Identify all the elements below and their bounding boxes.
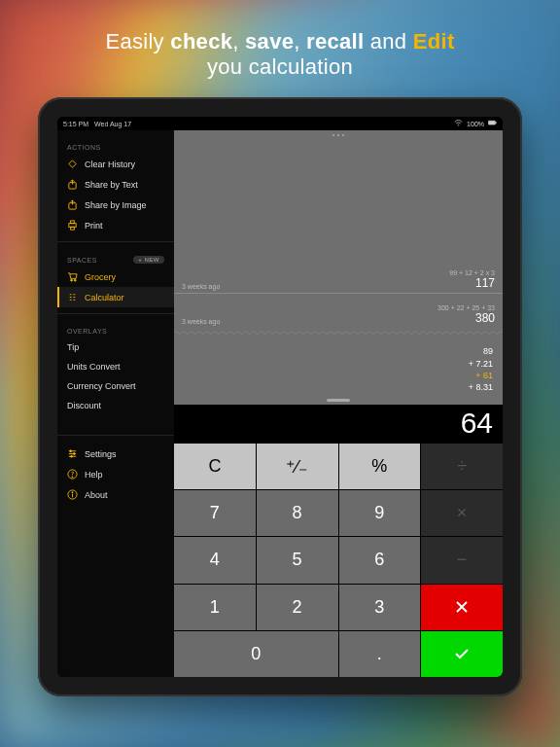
history-panel[interactable]: 3 weeks ago 99 + 12 + 2 x 3117 3 weeks a… (174, 130, 503, 405)
eraser-icon (67, 159, 78, 169)
svg-point-0 (458, 125, 459, 126)
key-2[interactable]: 2 (257, 585, 338, 630)
history-entry[interactable]: 3 weeks ago 99 + 12 + 2 x 3117 (182, 269, 495, 290)
key-5[interactable]: 5 (257, 537, 338, 583)
sidebar-item-share-text[interactable]: Share by Text (57, 174, 174, 195)
main-pane: 3 weeks ago 99 + 12 + 2 x 3117 3 weeks a… (174, 130, 503, 677)
key-1[interactable]: 1 (174, 585, 256, 630)
key-sign[interactable]: ⁺∕₋ (257, 444, 338, 489)
key-0[interactable]: 0 (174, 631, 338, 677)
current-tape[interactable]: 89 + 7.21 + 61 + 8.31 (469, 345, 493, 393)
tablet-frame: 5:15 PM Wed Aug 17 100% ACTIONS Clear Hi… (38, 97, 522, 696)
status-time: 5:15 PM (63, 121, 88, 127)
x-icon (452, 597, 472, 617)
svg-point-9 (74, 279, 76, 281)
status-date: Wed Aug 17 (94, 121, 131, 127)
svg-point-11 (73, 453, 75, 455)
sidebar-item-print[interactable]: Print (57, 215, 174, 235)
key-8[interactable]: 8 (257, 490, 338, 536)
sidebar-item-tip[interactable]: Tip (57, 338, 174, 357)
check-icon (452, 644, 472, 663)
calculator-icon (67, 292, 78, 302)
key-clear[interactable]: C (174, 444, 256, 489)
svg-point-16 (72, 492, 73, 493)
svg-point-10 (70, 450, 72, 452)
drag-handle[interactable] (327, 399, 350, 402)
sidebar-item-currency[interactable]: Currency Convert (57, 376, 174, 396)
svg-rect-5 (69, 224, 76, 228)
sidebar-item-help[interactable]: Help (57, 464, 174, 484)
svg-rect-1 (488, 121, 495, 124)
svg-point-12 (71, 455, 73, 457)
battery-icon (488, 120, 497, 127)
settings-icon (67, 448, 78, 459)
new-space-button[interactable]: + New (133, 256, 164, 264)
share-icon (67, 179, 78, 190)
sidebar-item-share-image[interactable]: Share by Image (57, 195, 174, 215)
sidebar-item-settings[interactable]: Settings (57, 444, 174, 464)
key-divide[interactable]: ÷ (421, 444, 503, 489)
history-entry[interactable]: 3 weeks ago 300 + 22 + 25 + 33380 (182, 304, 495, 325)
sidebar-item-calculator[interactable]: Calculator (57, 287, 174, 307)
key-4[interactable]: 4 (174, 537, 256, 583)
key-cancel[interactable] (421, 585, 503, 630)
sidebar-item-grocery[interactable]: Grocery (57, 267, 174, 287)
key-9[interactable]: 9 (339, 490, 421, 536)
key-decimal[interactable]: . (339, 631, 421, 677)
svg-rect-2 (496, 122, 497, 124)
drag-dots-icon (332, 134, 344, 136)
status-bar: 5:15 PM Wed Aug 17 100% (57, 117, 503, 130)
key-multiply[interactable]: × (421, 490, 503, 536)
print-icon (67, 220, 78, 231)
key-subtract[interactable]: − (421, 537, 503, 583)
display: 64 (174, 405, 503, 444)
sidebar-header-actions: ACTIONS (57, 138, 174, 154)
sidebar-item-about[interactable]: About (57, 484, 174, 505)
svg-point-14 (72, 477, 73, 478)
cart-icon (67, 271, 78, 282)
share-icon (67, 199, 78, 210)
promo-headline: Easily check, save, recall and Edit you … (0, 0, 560, 88)
svg-rect-6 (71, 221, 75, 224)
info-icon (67, 489, 78, 500)
sidebar: ACTIONS Clear History Share by Text Shar… (57, 130, 174, 677)
screen: 5:15 PM Wed Aug 17 100% ACTIONS Clear Hi… (57, 117, 503, 677)
key-6[interactable]: 6 (339, 537, 421, 583)
key-confirm[interactable] (421, 631, 503, 677)
svg-point-8 (71, 279, 73, 281)
svg-rect-7 (71, 227, 75, 230)
help-icon (67, 469, 78, 480)
tear-divider (174, 329, 503, 335)
key-percent[interactable]: % (339, 444, 421, 489)
sidebar-item-units[interactable]: Units Convert (57, 357, 174, 376)
key-3[interactable]: 3 (339, 585, 421, 630)
keypad: C ⁺∕₋ % ÷ 7 8 9 × 4 5 6 − 1 2 3 (174, 444, 503, 677)
wifi-icon (454, 120, 463, 127)
key-7[interactable]: 7 (174, 490, 256, 536)
sidebar-header-spaces: SPACES + New (57, 250, 174, 267)
battery-text: 100% (467, 121, 484, 127)
sidebar-header-overlays: OVERLAYS (57, 322, 174, 338)
sidebar-item-clear-history[interactable]: Clear History (57, 154, 174, 174)
sidebar-item-discount[interactable]: Discount (57, 396, 174, 415)
